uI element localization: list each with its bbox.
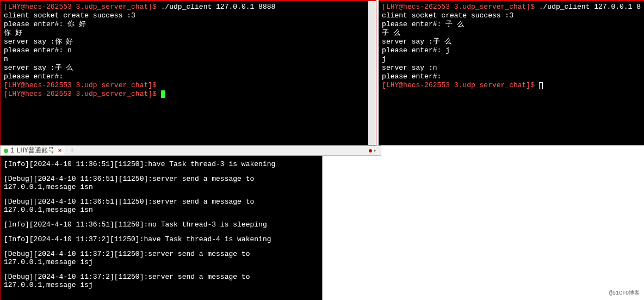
log-line: [Debug][2024-4-10 11:36:51][11250]:serve…: [4, 198, 319, 214]
output-line: j: [382, 55, 641, 64]
add-tab-button[interactable]: +: [65, 146, 78, 155]
right-terminal-pane[interactable]: [LHY@hecs-262553 3.udp_server_chat]$ ./u…: [379, 0, 644, 145]
tab-overflow-button[interactable]: ▾: [367, 148, 379, 154]
output-line: please enter#:: [382, 72, 641, 81]
log-line: [Debug][2024-4-10 11:36:51][11250]:serve…: [4, 175, 319, 191]
output-line: please enter#:: [4, 72, 373, 81]
log-line: [Debug][2024-4-10 11:37:2][11250]:server…: [4, 273, 319, 289]
output-line: client socket create success :3: [4, 11, 373, 20]
output-line: server say :你 好: [4, 38, 373, 46]
left-terminal-content: [LHY@hecs-262553 3.udp_server_chat]$ ./u…: [1, 1, 376, 145]
output-line: please enter#: j: [382, 46, 641, 55]
tab-label: LHY普通账号: [16, 146, 54, 155]
output-line: server say :子 么: [382, 38, 641, 46]
right-terminal-content: [LHY@hecs-262553 3.udp_server_chat]$ ./u…: [379, 1, 644, 91]
cursor-icon: [161, 90, 165, 98]
command-text: ./udp_client 127.0.0.1 8: [539, 3, 641, 11]
output-line: please enter#: 子 么: [382, 20, 641, 29]
watermark-text: @51CTO博客: [609, 289, 640, 297]
cursor-icon: [539, 82, 543, 89]
output-line: server say :子 么: [4, 64, 373, 72]
output-line: 你 好: [4, 29, 373, 38]
close-icon[interactable]: ×: [58, 148, 62, 154]
output-line: 子 么: [382, 29, 641, 38]
output-line: please enter#: 你 好: [4, 20, 373, 29]
bottom-terminal-content: [Info][2024-4-10 11:36:51][11250]:have T…: [1, 156, 322, 300]
shell-prompt: [LHY@hecs-262553 3.udp_server_chat]$: [382, 81, 539, 89]
log-line: [Debug][2024-4-10 11:37:2][11250]:server…: [4, 250, 319, 266]
log-line: [Info][2024-4-10 11:36:51][11250]:have T…: [4, 160, 319, 168]
shell-prompt: [LHY@hecs-262553 3.udp_server_chat]$: [4, 81, 157, 89]
dot-icon: [369, 149, 372, 152]
output-line: n: [4, 55, 373, 64]
blank-area: [323, 156, 644, 300]
shell-prompt: [LHY@hecs-262553 3.udp_server_chat]$: [4, 90, 161, 98]
log-line: [Info][2024-4-10 11:37:2][11250]:have Ta…: [4, 235, 319, 243]
tab-bar: 1 LHY普通账号 × + ▾: [0, 145, 381, 156]
vertical-scrollbar[interactable]: [368, 1, 376, 145]
output-line: server say :n: [382, 64, 641, 72]
command-text: ./udp_client 127.0.0.1 8888: [161, 3, 276, 11]
status-indicator-icon: [4, 149, 8, 153]
chevron-down-icon: ▾: [373, 148, 376, 154]
output-line: please enter#: n: [4, 46, 373, 55]
left-terminal-pane[interactable]: [LHY@hecs-262553 3.udp_server_chat]$ ./u…: [0, 0, 376, 145]
shell-prompt: [LHY@hecs-262553 3.udp_server_chat]$: [4, 3, 161, 11]
shell-prompt: [LHY@hecs-262553 3.udp_server_chat]$: [382, 3, 539, 11]
tab-number: 1: [10, 147, 14, 155]
bottom-terminal-pane[interactable]: [Info][2024-4-10 11:36:51][11250]:have T…: [0, 156, 323, 300]
log-line: [Info][2024-4-10 11:36:51][11250]:no Tas…: [4, 221, 319, 229]
output-line: client socket create success :3: [382, 11, 641, 20]
session-tab[interactable]: 1 LHY普通账号 ×: [1, 146, 65, 155]
